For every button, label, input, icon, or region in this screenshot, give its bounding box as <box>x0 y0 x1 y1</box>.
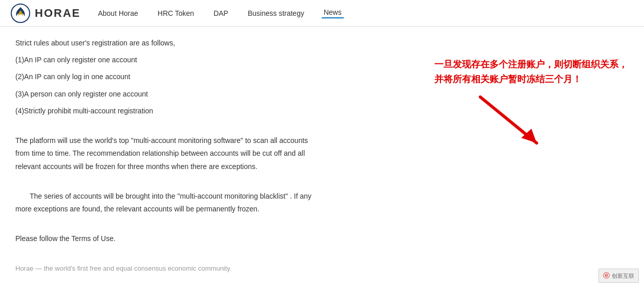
nav-about-horae[interactable]: About Horae <box>96 9 140 17</box>
logo-area: HORAE <box>10 3 80 23</box>
logo-text: HORAE <box>35 7 80 20</box>
nav-hrc-token[interactable]: HRC Token <box>156 9 196 17</box>
para4-text: Horae — the world's first free and equal… <box>15 262 629 274</box>
watermark-badge: ⓔ 创新互联 <box>598 269 639 283</box>
watermark-icon: ⓔ <box>603 271 610 280</box>
para2-text: The series of accounts will be brought i… <box>15 190 312 215</box>
nav-business-strategy[interactable]: Business strategy <box>246 9 306 17</box>
logo-icon <box>10 3 31 23</box>
nav-bar: About Horae HRC Token DAP Business strat… <box>96 8 343 18</box>
red-arrow-icon <box>465 92 557 153</box>
arrow-container <box>465 92 644 153</box>
para3-text: Please follow the Terms of Use. <box>15 232 629 245</box>
intro-text: Strict rules about user's registration a… <box>15 37 629 50</box>
annotation-area: 一旦发现存在多个注册账户，则切断组织关系，并将所有相关账户暂时冻结三个月！ <box>434 57 629 153</box>
header: HORAE About Horae HRC Token DAP Business… <box>0 0 644 27</box>
para1-text: The platform will use the world's top "m… <box>15 134 312 173</box>
watermark-label: 创新互联 <box>612 272 634 280</box>
annotation-text: 一旦发现存在多个注册账户，则切断组织关系，并将所有相关账户暂时冻结三个月！ <box>434 57 629 87</box>
nav-news[interactable]: News <box>322 8 344 18</box>
nav-dap[interactable]: DAP <box>211 9 230 17</box>
main-content: Strict rules about user's registration a… <box>0 27 644 288</box>
